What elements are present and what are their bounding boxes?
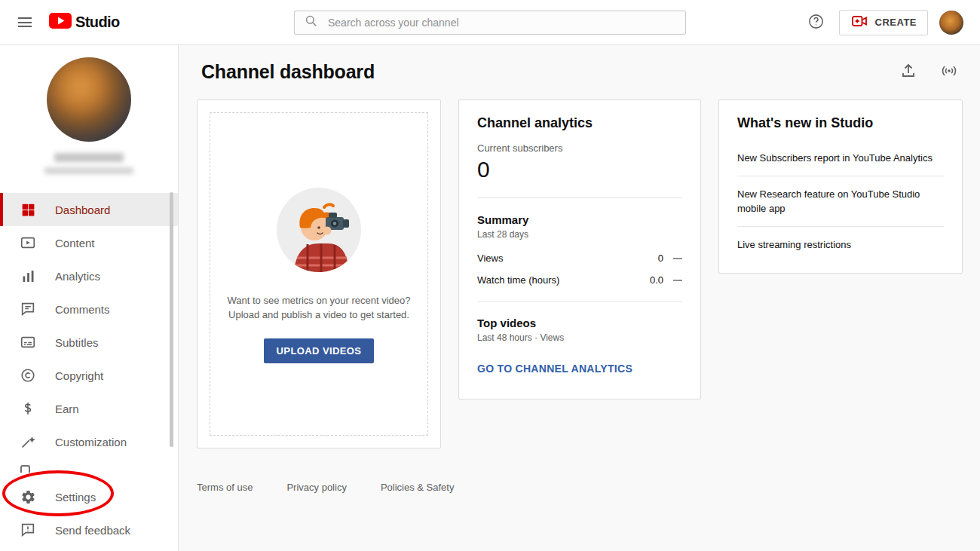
upload-videos-button[interactable]: UPLOAD VIDEOS <box>264 338 375 363</box>
top-videos-period: Last 48 hours · Views <box>477 332 682 343</box>
footer-link-terms[interactable]: Terms of use <box>197 482 253 493</box>
sidebar-item-label: Settings <box>55 491 96 504</box>
go-live-icon-button[interactable] <box>939 63 959 82</box>
main-header: Channel dashboard <box>179 45 980 83</box>
footer: Terms of use Privacy policy Policies & S… <box>179 448 980 493</box>
whats-new-title: What's new in Studio <box>737 115 944 131</box>
live-streaming-icon <box>939 62 959 82</box>
flat-sparkline <box>673 258 682 259</box>
upload-illustration <box>274 185 363 277</box>
metric-value: 0 <box>658 253 663 264</box>
summary-period: Last 28 days <box>477 229 682 240</box>
sidebar-item-settings[interactable]: Settings <box>0 480 178 513</box>
current-subscribers-label: Current subscribers <box>477 142 682 154</box>
sidebar-item-label: Subtitles <box>55 336 99 349</box>
sidebar-item-customization[interactable]: Customization <box>0 425 178 458</box>
sidebar-item-earn[interactable]: Earn <box>0 392 178 425</box>
feedback-icon <box>19 521 37 539</box>
divider <box>477 301 682 302</box>
upload-prompt: Want to see metrics on your recent video… <box>227 293 410 322</box>
sidebar-item-copyright[interactable]: Copyright <box>0 359 178 392</box>
copyright-icon <box>19 366 37 384</box>
channel-avatar[interactable] <box>47 57 131 142</box>
header-actions <box>899 63 959 82</box>
youtube-studio-logo[interactable]: Studio <box>49 13 120 32</box>
create-button-label: CREATE <box>875 17 917 28</box>
sidebar-bottom-menu: Settings Send feedback <box>0 480 178 546</box>
menu-icon[interactable] <box>10 8 40 38</box>
sidebar-item-label: Comments <box>55 303 110 316</box>
whats-new-item[interactable]: Live streaming restrictions <box>737 226 944 262</box>
content-icon <box>19 234 37 252</box>
upload-icon <box>899 62 917 82</box>
dashboard-icon <box>19 201 37 219</box>
metric-row-views: Views 0 <box>477 253 682 264</box>
sidebar-item-label: Dashboard <box>55 204 110 216</box>
account-avatar[interactable] <box>939 11 963 35</box>
dashboard-cards: Want to see metrics on your recent video… <box>179 83 980 448</box>
sidebar-item-analytics[interactable]: Analytics <box>0 259 178 292</box>
sidebar-item-label: Analytics <box>55 270 100 283</box>
comments-icon <box>19 300 37 318</box>
footer-link-policies[interactable]: Policies & Safety <box>381 482 455 493</box>
metric-row-watch-time: Watch time (hours) 0.0 <box>477 274 682 286</box>
upload-videos-icon-button[interactable] <box>899 63 918 82</box>
sidebar-item-label: Copyright <box>55 369 103 382</box>
settings-icon <box>19 488 37 506</box>
upload-prompt-line1: Want to see metrics on your recent video… <box>227 295 410 306</box>
youtube-logo-icon <box>49 13 72 32</box>
customization-icon <box>19 433 37 451</box>
help-button[interactable] <box>805 11 828 34</box>
upload-dropzone: Want to see metrics on your recent video… <box>210 112 428 436</box>
analytics-icon <box>19 267 37 285</box>
create-video-icon <box>850 12 868 32</box>
sidebar-item-content[interactable]: Content <box>0 226 178 259</box>
upload-prompt-line2: Upload and publish a video to get starte… <box>228 309 409 320</box>
metric-label: Watch time (hours) <box>477 274 650 286</box>
search-icon <box>304 14 318 31</box>
clipped-audio-library-icon <box>20 465 30 473</box>
footer-link-privacy[interactable]: Privacy policy <box>286 482 346 493</box>
divider <box>477 197 682 198</box>
metric-label: Views <box>477 253 658 264</box>
page-title: Channel dashboard <box>201 61 375 83</box>
sidebar-menu: Dashboard Content Analytics Comments Sub… <box>0 193 178 546</box>
sidebar-item-send-feedback[interactable]: Send feedback <box>0 513 178 546</box>
sidebar-item-label: Customization <box>55 436 127 448</box>
top-videos-title: Top videos <box>477 317 682 329</box>
channel-profile <box>0 45 178 174</box>
sidebar-item-comments[interactable]: Comments <box>0 292 178 326</box>
product-name: Studio <box>75 14 120 31</box>
metric-value: 0.0 <box>650 274 663 286</box>
analytics-card-title: Channel analytics <box>477 115 682 131</box>
sidebar-item-label: Earn <box>55 403 79 415</box>
summary-title: Summary <box>477 213 682 226</box>
channel-name-redacted <box>54 153 124 162</box>
sidebar-item-dashboard[interactable]: Dashboard <box>0 193 178 226</box>
flat-sparkline <box>673 280 682 281</box>
sidebar-item-subtitles[interactable]: Subtitles <box>0 326 178 359</box>
whats-new-item[interactable]: New Subscribers report in YouTube Analyt… <box>737 140 944 176</box>
whats-new-item[interactable]: New Research feature on YouTube Studio m… <box>737 176 944 226</box>
help-icon <box>807 13 825 32</box>
search-input[interactable] <box>326 16 685 29</box>
whats-new-card: What's new in Studio New Subscribers rep… <box>718 99 963 274</box>
sidebar-item-label: Content <box>55 237 95 249</box>
go-to-channel-analytics-link[interactable]: GO TO CHANNEL ANALYTICS <box>477 363 632 375</box>
sidebar: Dashboard Content Analytics Comments Sub… <box>0 45 179 551</box>
subtitles-icon <box>19 333 37 351</box>
create-button[interactable]: CREATE <box>839 10 928 35</box>
earn-icon <box>19 399 37 418</box>
topbar-right: CREATE <box>805 10 963 35</box>
channel-analytics-card: Channel analytics Current subscribers 0 … <box>458 99 701 399</box>
whats-new-list: New Subscribers report in YouTube Analyt… <box>737 140 944 262</box>
topbar: Studio CREATE <box>0 0 980 45</box>
sidebar-item-label: Send feedback <box>55 524 130 537</box>
channel-handle-redacted <box>44 167 133 174</box>
sidebar-scrollbar[interactable] <box>170 192 173 447</box>
upload-card: Want to see metrics on your recent video… <box>197 99 441 448</box>
current-subscribers-value: 0 <box>477 157 682 182</box>
main-content: Channel dashboard <box>179 45 980 551</box>
search-bar[interactable] <box>294 11 686 35</box>
